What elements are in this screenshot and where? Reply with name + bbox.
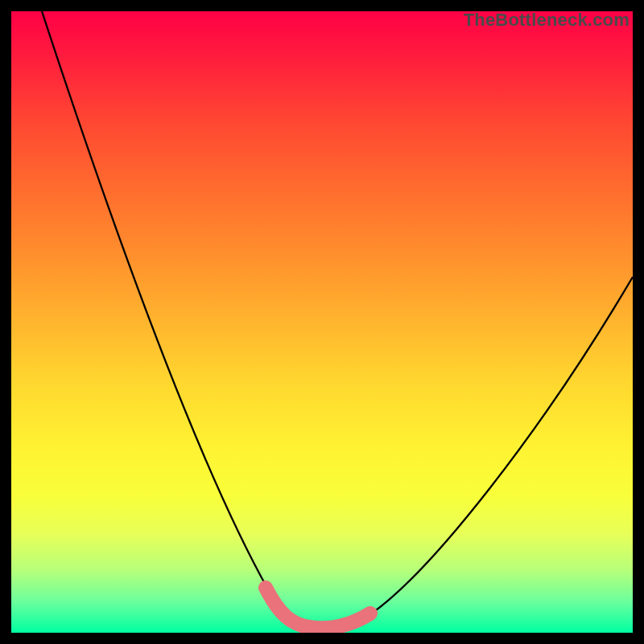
plot-area <box>11 11 633 633</box>
chart-frame: TheBottleneck.com <box>0 0 644 644</box>
curve-layer <box>11 11 633 633</box>
bottleneck-curve <box>42 11 633 628</box>
optimal-band-highlight <box>266 588 370 628</box>
